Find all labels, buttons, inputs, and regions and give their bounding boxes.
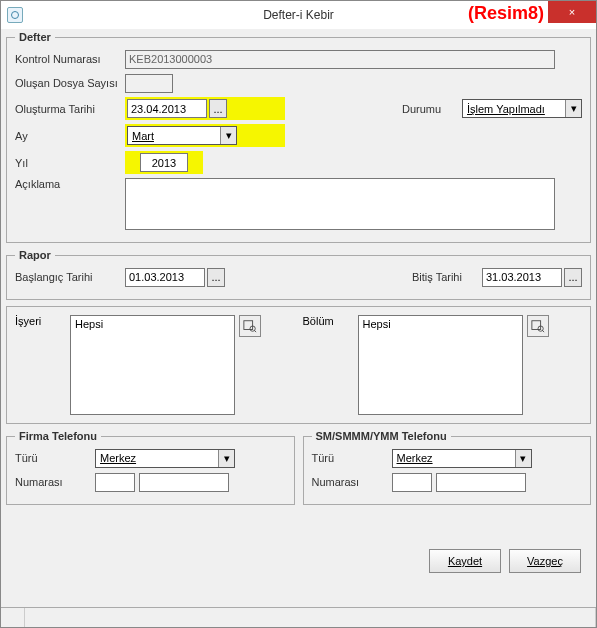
bitis-label: Bitiş Tarihi	[412, 271, 482, 283]
durumu-combo[interactable]: İşlem Yapılmadı ▾	[462, 99, 582, 118]
window-title: Defter-i Kebir	[263, 8, 334, 22]
rapor-group: Rapor Başlangıç Tarihi ... Bitiş Tarihi …	[6, 249, 591, 300]
olusturma-tarihi-label: Oluşturma Tarihi	[15, 103, 125, 115]
yil-highlight	[125, 151, 203, 174]
titlebar: Defter-i Kebir (Resim8) ×	[1, 1, 596, 29]
olusan-dosya-input	[125, 74, 173, 93]
isyeri-listbox[interactable]: Hepsi	[70, 315, 235, 415]
ay-value: Mart	[128, 129, 220, 143]
bitis-picker-button[interactable]: ...	[564, 268, 582, 287]
ellipsis-icon: ...	[211, 271, 220, 283]
baslangic-input[interactable]	[125, 268, 205, 287]
button-row: Kaydet Vazgeç	[6, 543, 591, 579]
phone-panels: Firma Telefonu Türü Merkez ▾ Numarası SM…	[6, 430, 591, 511]
close-icon: ×	[569, 6, 575, 18]
defter-group: Defter Kontrol Numarası Oluşan Dosya Say…	[6, 31, 591, 243]
firma-numarasi-label: Numarası	[15, 476, 95, 488]
yil-input[interactable]	[140, 153, 188, 172]
image-annotation: (Resim8)	[468, 3, 544, 24]
lookup-icon	[531, 319, 545, 333]
vazgec-button[interactable]: Vazgeç	[509, 549, 581, 573]
bolum-value: Hepsi	[363, 318, 391, 330]
sm-telefonu-group: SM/SMMM/YMM Telefonu Türü Merkez ▾ Numar…	[303, 430, 592, 505]
chevron-down-icon: ▾	[565, 100, 581, 117]
bolum-label: Bölüm	[303, 315, 358, 415]
firma-turu-value: Merkez	[96, 451, 218, 465]
ay-highlight: Mart ▾	[125, 124, 285, 147]
status-bar	[1, 607, 596, 627]
svg-line-5	[542, 330, 544, 332]
bolum-lookup-button[interactable]	[527, 315, 549, 337]
sm-tel-legend: SM/SMMM/YMM Telefonu	[312, 430, 451, 442]
chevron-down-icon: ▾	[515, 450, 531, 467]
sm-numarasi-label: Numarası	[312, 476, 392, 488]
lookup-icon	[243, 319, 257, 333]
kaydet-button[interactable]: Kaydet	[429, 549, 501, 573]
baslangic-label: Başlangıç Tarihi	[15, 271, 125, 283]
close-button[interactable]: ×	[548, 1, 596, 23]
aciklama-textarea[interactable]	[125, 178, 555, 230]
app-window: Defter-i Kebir (Resim8) × Defter Kontrol…	[0, 0, 597, 628]
firma-num-a[interactable]	[95, 473, 135, 492]
olusan-dosya-label: Oluşan Dosya Sayısı	[15, 77, 125, 89]
content-area: Defter Kontrol Numarası Oluşan Dosya Say…	[6, 31, 591, 621]
durumu-value: İşlem Yapılmadı	[463, 102, 565, 116]
isyeri-label: İşyeri	[15, 315, 70, 415]
ellipsis-icon: ...	[568, 271, 577, 283]
kontrol-no-label: Kontrol Numarası	[15, 53, 125, 65]
kontrol-no-input	[125, 50, 555, 69]
yil-label: Yıl	[15, 157, 125, 169]
ellipsis-icon: ...	[213, 103, 222, 115]
isyeri-value: Hepsi	[75, 318, 103, 330]
firma-tel-legend: Firma Telefonu	[15, 430, 101, 442]
sm-turu-label: Türü	[312, 452, 392, 464]
isyeri-lookup-button[interactable]	[239, 315, 261, 337]
firma-turu-label: Türü	[15, 452, 95, 464]
olusturma-tarihi-picker-button[interactable]: ...	[209, 99, 227, 118]
bolum-listbox[interactable]: Hepsi	[358, 315, 523, 415]
bitis-input[interactable]	[482, 268, 562, 287]
svg-line-2	[254, 330, 256, 332]
sm-turu-combo[interactable]: Merkez ▾	[392, 449, 532, 468]
ay-label: Ay	[15, 130, 125, 142]
aciklama-label: Açıklama	[15, 178, 125, 190]
sm-num-a[interactable]	[392, 473, 432, 492]
baslangic-picker-button[interactable]: ...	[207, 268, 225, 287]
svg-rect-0	[244, 321, 253, 330]
firma-turu-combo[interactable]: Merkez ▾	[95, 449, 235, 468]
rapor-legend: Rapor	[15, 249, 55, 261]
svg-rect-3	[531, 321, 540, 330]
olusturma-tarihi-highlight: ...	[125, 97, 285, 120]
app-icon	[7, 7, 23, 23]
defter-legend: Defter	[15, 31, 55, 43]
sm-turu-value: Merkez	[393, 451, 515, 465]
filter-panel: İşyeri Hepsi Bölüm Hepsi	[6, 306, 591, 424]
sm-num-b[interactable]	[436, 473, 526, 492]
durumu-label: Durumu	[402, 103, 462, 115]
chevron-down-icon: ▾	[220, 127, 236, 144]
chevron-down-icon: ▾	[218, 450, 234, 467]
olusturma-tarihi-input[interactable]	[127, 99, 207, 118]
ay-combo[interactable]: Mart ▾	[127, 126, 237, 145]
firma-telefonu-group: Firma Telefonu Türü Merkez ▾ Numarası	[6, 430, 295, 505]
firma-num-b[interactable]	[139, 473, 229, 492]
